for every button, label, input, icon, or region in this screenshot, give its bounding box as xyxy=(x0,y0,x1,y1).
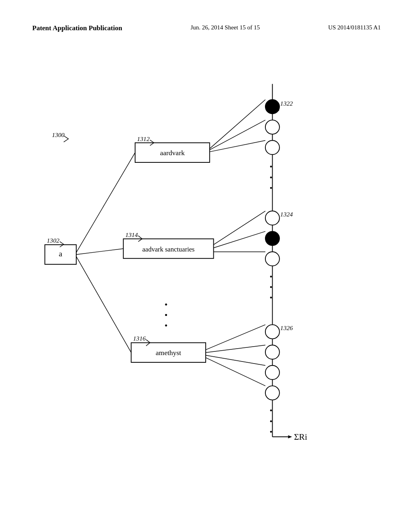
circle-1326-4 xyxy=(265,386,280,400)
dots-1322-1324: • xyxy=(270,162,273,171)
svg-line-5 xyxy=(76,256,131,352)
label-1314: 1314 xyxy=(125,231,138,238)
patent-number: US 2014/0181135 A1 xyxy=(328,24,381,32)
circle-1324-2-filled xyxy=(265,231,280,245)
label-1326: 1326 xyxy=(280,324,293,331)
svg-marker-2 xyxy=(288,435,292,438)
dots-center3: • xyxy=(165,321,168,330)
svg-line-6 xyxy=(210,100,265,149)
diagram-area: ΣRi 1300 a 1302 aardvark 1312 aadvark sa… xyxy=(0,60,413,492)
dots-bot1: • xyxy=(270,406,273,415)
svg-line-8 xyxy=(210,140,265,152)
label-1316: 1316 xyxy=(133,335,146,342)
circle-1322-3 xyxy=(265,140,280,154)
circle-1322-2 xyxy=(265,120,280,134)
svg-line-15 xyxy=(206,357,265,386)
input-value: a xyxy=(59,249,63,258)
dots-bot2: • xyxy=(270,417,273,426)
dots-1322-1324c: • xyxy=(270,184,273,192)
box1312-text: aardvark xyxy=(160,149,185,157)
circle-1324-1 xyxy=(265,211,280,225)
figure-13-svg: ΣRi 1300 a 1302 aardvark 1312 aadvark sa… xyxy=(0,60,413,492)
dots-mid1: • xyxy=(270,272,273,281)
dots-mid3: • xyxy=(270,293,273,302)
box1316-text: amethyst xyxy=(156,349,181,357)
page-header: Patent Application Publication Jun. 26, … xyxy=(0,24,413,32)
dots-mid2: • xyxy=(270,283,273,291)
circle-1326-1 xyxy=(265,325,280,339)
label-1300: 1300 xyxy=(52,131,65,138)
label-1324: 1324 xyxy=(280,211,293,218)
circle-1322-1-filled xyxy=(265,100,280,114)
sum-label: ΣRi xyxy=(294,432,307,442)
sheet-info: Jun. 26, 2014 Sheet 15 of 15 xyxy=(190,24,260,32)
dots-1322-1324b: • xyxy=(270,173,273,182)
dots-center2: • xyxy=(165,310,168,320)
circle-1326-3 xyxy=(265,366,280,380)
box1314-text: aadvark sanctuaries xyxy=(142,245,195,253)
circle-1324-3 xyxy=(265,252,280,266)
svg-line-4 xyxy=(76,249,123,255)
label-1322: 1322 xyxy=(280,100,293,107)
dots-bot3: • xyxy=(270,428,273,436)
circle-1326-2 xyxy=(265,345,280,359)
dots-center1: • xyxy=(165,300,168,310)
publication-title: Patent Application Publication xyxy=(32,24,122,32)
label-1302: 1302 xyxy=(47,237,59,244)
svg-line-14 xyxy=(206,355,265,365)
label-1312: 1312 xyxy=(137,135,150,142)
